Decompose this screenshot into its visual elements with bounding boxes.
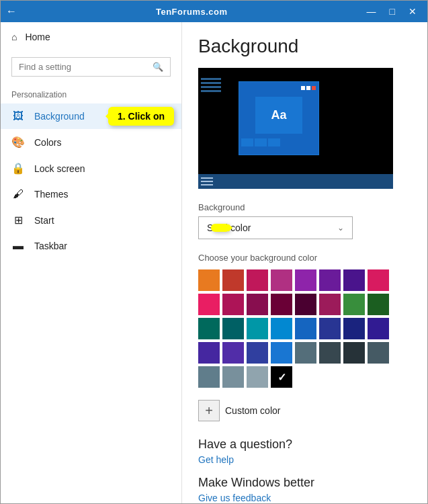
- sidebar-item-home[interactable]: ⌂ Home: [1, 22, 181, 52]
- color-swatch[interactable]: [222, 342, 244, 364]
- color-swatch[interactable]: [271, 294, 292, 315]
- color-swatch[interactable]: [319, 294, 341, 315]
- home-icon: ⌂: [11, 32, 17, 42]
- color-swatch[interactable]: [295, 318, 316, 339]
- back-button[interactable]: ←: [6, 5, 17, 17]
- color-swatch[interactable]: [247, 342, 268, 364]
- search-input[interactable]: [19, 62, 153, 72]
- color-swatch[interactable]: [319, 318, 341, 339]
- color-swatch[interactable]: [222, 366, 244, 388]
- window-controls: — □ ✕: [361, 5, 422, 18]
- color-swatch[interactable]: [295, 269, 316, 291]
- colors-icon: 🎨: [11, 136, 25, 149]
- color-swatch[interactable]: [247, 366, 268, 388]
- preview-window-bottom: [239, 136, 318, 149]
- color-swatch[interactable]: [247, 318, 268, 339]
- sidebar-item-themes[interactable]: 🖌 Themes: [1, 181, 181, 207]
- question-title: Have a question?: [198, 437, 411, 452]
- home-label: Home: [25, 32, 50, 42]
- preview-strip: [201, 78, 221, 92]
- search-box[interactable]: 🔍: [11, 57, 171, 77]
- color-swatch[interactable]: [319, 342, 341, 364]
- color-swatch[interactable]: [247, 269, 268, 291]
- preview-taskbar-strips: [201, 177, 213, 185]
- color-swatch[interactable]: [343, 342, 365, 364]
- preview-strip-line: [201, 78, 221, 80]
- lock-icon: 🔒: [11, 162, 25, 175]
- color-swatch[interactable]: [271, 366, 292, 388]
- color-swatch[interactable]: [271, 318, 292, 339]
- color-swatch[interactable]: [247, 294, 268, 315]
- sidebar-item-start[interactable]: ⊞ Start: [1, 207, 181, 233]
- background-field-label: Background: [198, 202, 411, 212]
- titlebar: ← TenForums.com — □ ✕: [1, 1, 427, 22]
- taskbar-icon: ▬: [11, 240, 25, 252]
- sidebar-item-colors[interactable]: 🎨 Colors: [1, 129, 181, 155]
- sidebar-item-background-label: Background: [34, 111, 85, 122]
- color-swatch[interactable]: [368, 342, 389, 364]
- preview-taskbar-strip: [201, 177, 213, 179]
- sidebar: ⌂ Home 🔍 Personalization 🖼 Background 1.…: [1, 22, 182, 503]
- sidebar-item-colors-label: Colors: [34, 137, 61, 148]
- color-swatch[interactable]: [295, 294, 316, 315]
- preview-window-titlebar: [239, 82, 318, 94]
- color-swatch[interactable]: [271, 269, 292, 291]
- start-icon: ⊞: [11, 214, 25, 226]
- color-swatch[interactable]: [368, 318, 389, 339]
- sidebar-item-lockscreen[interactable]: 🔒 Lock screen: [1, 155, 181, 181]
- question-section: Have a question? Get help: [198, 437, 411, 465]
- custom-color-button[interactable]: + Custom color: [198, 397, 411, 424]
- background-preview: Aa: [198, 68, 393, 189]
- preview-taskbar: [198, 174, 393, 189]
- color-swatch[interactable]: [198, 294, 220, 315]
- settings-window: ← TenForums.com — □ ✕ ⌂ Home 🔍 Personali…: [0, 0, 428, 504]
- preview-aa-text: Aa: [255, 97, 302, 134]
- section-label: Personalization: [1, 82, 181, 103]
- titlebar-title: TenForums.com: [22, 7, 361, 17]
- preview-mini-block: [255, 138, 267, 146]
- sidebar-item-start-label: Start: [34, 215, 54, 226]
- color-swatch[interactable]: [198, 342, 220, 364]
- close-button[interactable]: ✕: [403, 5, 422, 18]
- page-title: Background: [198, 36, 411, 57]
- callout-color-wrapper: [198, 269, 411, 388]
- content-area: ⌂ Home 🔍 Personalization 🖼 Background 1.…: [1, 22, 427, 503]
- color-swatch[interactable]: [198, 269, 220, 291]
- color-swatch[interactable]: [198, 366, 220, 388]
- preview-mini-block: [241, 138, 253, 146]
- preview-window: Aa: [239, 81, 319, 155]
- color-swatch[interactable]: [222, 294, 244, 315]
- preview-strip-line: [201, 90, 221, 92]
- sidebar-item-themes-label: Themes: [34, 189, 69, 200]
- color-swatch[interactable]: [198, 318, 220, 339]
- preview-taskbar-strip: [201, 181, 213, 182]
- preview-taskbar-strip: [201, 184, 213, 185]
- minimize-button[interactable]: —: [361, 5, 382, 18]
- maximize-button[interactable]: □: [384, 5, 400, 18]
- color-swatch[interactable]: [343, 269, 365, 291]
- callout-2: [211, 224, 230, 232]
- custom-color-label: Custom color: [225, 405, 280, 416]
- preview-mini-block: [268, 138, 280, 146]
- color-swatch[interactable]: [319, 269, 341, 291]
- sidebar-item-background[interactable]: 🖼 Background 1. Click on: [1, 103, 181, 129]
- sidebar-item-taskbar[interactable]: ▬ Taskbar: [1, 233, 181, 259]
- get-help-link[interactable]: Get help: [198, 454, 234, 465]
- color-swatch[interactable]: [343, 318, 365, 339]
- color-swatch[interactable]: [343, 294, 365, 315]
- callout-1: 1. Click on: [108, 107, 174, 126]
- sidebar-item-taskbar-label: Taskbar: [34, 241, 67, 251]
- color-swatch[interactable]: [295, 342, 316, 364]
- main-panel: Background Aa: [182, 22, 427, 503]
- make-better-title: Make Windows better: [198, 476, 411, 490]
- color-swatch[interactable]: [222, 269, 244, 291]
- make-better-section: Make Windows better Give us feedback: [198, 476, 411, 503]
- color-swatch[interactable]: [271, 342, 292, 364]
- color-swatch[interactable]: [368, 269, 389, 291]
- color-swatch[interactable]: [368, 294, 389, 315]
- color-swatch[interactable]: [222, 318, 244, 339]
- background-dropdown-row: Solid color ⌄: [198, 216, 411, 239]
- preview-strip-line: [201, 82, 221, 84]
- feedback-link[interactable]: Give us feedback: [198, 493, 271, 503]
- plus-icon: +: [198, 400, 220, 421]
